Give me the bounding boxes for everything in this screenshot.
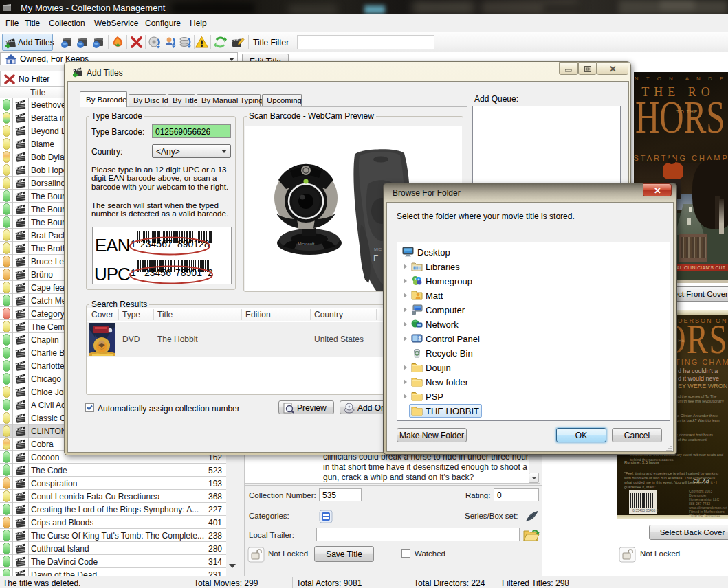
svg-text:Microsoft: Microsoft [298, 242, 315, 246]
svg-text:F: F [373, 253, 378, 263]
svg-text:MIC: MIC [374, 247, 382, 251]
